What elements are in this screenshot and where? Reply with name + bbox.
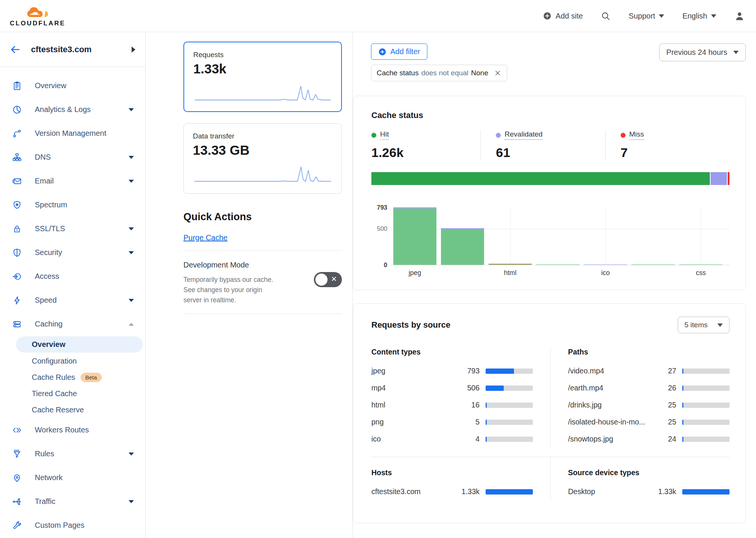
quick-actions-title: Quick Actions	[183, 211, 342, 223]
chevron-down-icon	[733, 51, 739, 54]
sidebar-item-email[interactable]: Email	[0, 169, 145, 193]
stat-revalidated: Revalidated 61	[480, 130, 605, 160]
sidebar-item-access[interactable]: Access	[0, 264, 145, 288]
sidebar-item-label: Version Management	[35, 129, 106, 138]
stat-hit: Hit 1.26k	[371, 130, 480, 160]
development-mode-toggle[interactable]: ✕	[314, 272, 342, 287]
sidebar-subitem-label: Overview	[32, 340, 65, 349]
toggle-knob	[315, 274, 328, 286]
bar-segment-hit	[536, 264, 579, 265]
sidebar-item-overview[interactable]: Overview	[0, 74, 145, 98]
support-menu[interactable]: Support	[629, 12, 664, 20]
traffic-icon	[12, 497, 22, 507]
requests-card[interactable]: Requests 1.33k	[183, 42, 342, 112]
bar-png	[536, 264, 579, 265]
sidebar-item-label: Workers Routes	[35, 426, 89, 434]
chevron-down-icon	[129, 500, 134, 503]
sidebar-item-traffic[interactable]: Traffic	[0, 490, 145, 513]
filter-chip[interactable]: Cache status does not equal None	[371, 65, 507, 81]
list-item-cftestsite3-com: cftestsite3.com 1.33k	[371, 483, 533, 500]
chart-slot-css	[677, 208, 725, 265]
sidebar-subitem-caching-configuration[interactable]: Configuration	[0, 353, 145, 369]
sidebar-item-label: DNS	[35, 153, 51, 162]
toggle-off-x-icon: ✕	[331, 275, 337, 283]
sidebar-item-custom-pages[interactable]: Custom Pages	[0, 513, 145, 537]
cloudflare-logo[interactable]: CLOUDFLARE	[10, 6, 65, 26]
hosts-title: Hosts	[371, 468, 533, 477]
item-bar-track	[486, 369, 533, 374]
item-label: Desktop	[568, 487, 657, 496]
items-count-dropdown[interactable]: 5 items	[678, 317, 730, 333]
stat-label[interactable]: Miss	[629, 130, 644, 140]
sidebar-subitem-caching-overview[interactable]: Overview	[16, 336, 143, 353]
sidebar-item-label: Custom Pages	[35, 521, 84, 530]
chart-slot-png	[534, 208, 582, 265]
requests-by-source-card: Requests by source 5 items Content types…	[353, 303, 746, 523]
caching-icon	[12, 319, 22, 329]
data-transfer-value: 13.33 GB	[193, 143, 332, 158]
item-label: /snowtops.jpg	[568, 435, 657, 443]
paths-title: Paths	[568, 348, 730, 356]
stat-label[interactable]: Hit	[380, 130, 389, 140]
site-switcher-chevron-icon[interactable]	[132, 47, 135, 53]
bar-segment-hit	[679, 264, 722, 265]
analytics-panel: Add filter Cache status does not equal N…	[353, 32, 756, 538]
sidebar-subitem-caching-cache-rules[interactable]: Cache RulesBeta	[0, 369, 145, 386]
sidebar: cftestsite3.com OverviewAnalytics & Logs…	[0, 32, 146, 538]
beta-badge: Beta	[81, 373, 102, 382]
back-arrow-icon[interactable]	[10, 44, 20, 55]
sidebar-subitem-caching-tiered-cache[interactable]: Tiered Cache	[0, 386, 145, 402]
chart-slot-unlabeled	[629, 208, 677, 265]
bar-chart-x-labels: jpeghtmlicocss	[391, 269, 730, 277]
user-icon	[734, 11, 745, 21]
sidebar-item-network[interactable]: Network	[0, 466, 145, 490]
data-transfer-card[interactable]: Data transfer 13.33 GB	[183, 123, 342, 194]
sidebar-item-caching[interactable]: Caching	[0, 312, 145, 336]
language-menu[interactable]: English	[682, 12, 716, 20]
filter-field: Cache status	[377, 69, 419, 77]
sidebar-nav: OverviewAnalytics & LogsVersion Manageme…	[0, 67, 145, 537]
sidebar-subitem-caching-cache-reserve[interactable]: Cache Reserve	[0, 402, 145, 418]
sidebar-item-dns[interactable]: DNS	[0, 145, 145, 169]
item-label: cftestsite3.com	[371, 487, 460, 496]
remove-filter-button[interactable]	[494, 69, 501, 77]
time-range-dropdown[interactable]: Previous 24 hours	[659, 44, 746, 61]
stat-value: 61	[496, 145, 605, 160]
purge-cache-link[interactable]: Purge Cache	[183, 233, 228, 242]
bar-segment-hit	[489, 264, 532, 265]
list-item-ico: ico 4	[371, 431, 533, 448]
bar-html	[489, 264, 532, 265]
sidebar-item-security[interactable]: Security	[0, 241, 145, 264]
add-site-button[interactable]: Add site	[543, 11, 583, 20]
bar-jpeg	[393, 207, 436, 265]
item-label: /drinks.jpg	[568, 401, 657, 409]
requests-sparkline	[193, 82, 332, 103]
stat-label[interactable]: Revalidated	[505, 130, 542, 140]
sidebar-item-rules[interactable]: Rules	[0, 442, 145, 466]
spectrum-icon	[12, 200, 22, 210]
list-item-png: png 5	[371, 414, 533, 431]
sidebar-item-version-management[interactable]: Version Management	[0, 121, 145, 145]
chevron-down-icon	[129, 251, 134, 254]
list-item-isolated-house-in-mo: /isolated-house-in-mo... 25	[568, 414, 730, 431]
sidebar-item-speed[interactable]: Speed	[0, 288, 145, 312]
account-button[interactable]	[734, 11, 745, 21]
item-label: jpeg	[371, 367, 460, 375]
sidebar-item-spectrum[interactable]: Spectrum	[0, 193, 145, 217]
sidebar-item-workers-routes[interactable]: Workers Routes	[0, 418, 145, 442]
sidebar-item-ssl-tls[interactable]: SSL/TLS	[0, 217, 145, 241]
search-button[interactable]	[601, 11, 610, 21]
cloudflare-cloud-icon	[24, 6, 52, 19]
sidebar-item-label: Overview	[35, 81, 66, 90]
add-filter-button[interactable]: Add filter	[371, 44, 427, 60]
source-device-types-list: Source device typesDesktop 1.33k	[551, 457, 730, 500]
close-icon	[494, 69, 501, 77]
item-value: 4	[460, 435, 480, 443]
item-bar-track	[682, 437, 730, 442]
item-value: 506	[460, 384, 480, 392]
chevron-down-icon	[711, 14, 716, 18]
email-icon	[12, 176, 22, 186]
sidebar-item-analytics-logs[interactable]: Analytics & Logs	[0, 98, 145, 121]
chevron-up-icon	[129, 323, 134, 326]
bar-segment-hit	[441, 229, 484, 265]
